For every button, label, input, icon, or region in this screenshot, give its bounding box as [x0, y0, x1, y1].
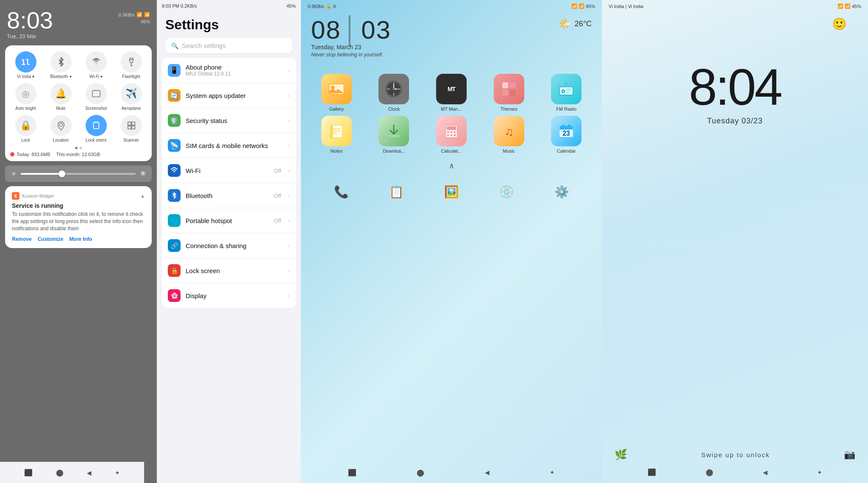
brightness-high-icon: ☀ — [140, 170, 146, 178]
quick-tiles-card: 1l Vi India ▾ Bluetooth ▾ Wi-Fi ▾ Flash — [5, 45, 152, 161]
tile-bluetooth[interactable]: Bluetooth ▾ — [44, 51, 78, 79]
tile-autobright[interactable]: ◎ Auto bright — [8, 83, 43, 111]
settings-item-bluetooth[interactable]: Bluetooth Off › — [162, 183, 296, 208]
settings-nav-extra[interactable]: ✦ — [115, 469, 120, 476]
lock-camera-icon[interactable]: 📷 — [844, 449, 855, 460]
svg-rect-40 — [331, 125, 333, 138]
svg-rect-44 — [447, 126, 456, 130]
svg-point-45 — [447, 131, 449, 133]
home-nav-back[interactable]: ⬛ — [348, 469, 356, 477]
settings-item-sim[interactable]: 📡 SIM cards & mobile networks › — [162, 133, 296, 158]
settings-label-security: Security status — [186, 117, 283, 124]
lock-status-right: 📶📶 45% — [837, 3, 861, 9]
settings-nav-recents[interactable]: ◀ — [87, 469, 92, 476]
tile-lockorient[interactable]: Lock orient — [79, 115, 113, 142]
app-gallery[interactable]: Gallery — [309, 74, 364, 112]
settings-search-box[interactable]: 🔍 Search settings — [165, 38, 292, 53]
battery-percent: 45% — [141, 19, 150, 24]
settings-panel: 8:03 PM 0.2KB/s 45% Settings 🔍 Search se… — [157, 0, 301, 483]
app-notes-label: Notes — [330, 148, 342, 154]
lock-date-display: Tuesday 03/23 — [619, 117, 851, 126]
app-fmradio[interactable]: FM Radio — [539, 74, 593, 112]
settings-icon-connection: 🔗 — [168, 239, 181, 252]
app-drawer-chevron[interactable]: ∧ — [301, 161, 602, 170]
search-placeholder-text: Search settings — [182, 42, 225, 49]
dock-settings[interactable]: ⚙️ — [547, 177, 576, 206]
tile-mute-label: Mute — [56, 106, 65, 111]
dock-photos[interactable]: 🖼️ — [437, 177, 466, 206]
tile-flashlight[interactable]: Flashlight — [114, 51, 148, 79]
lock-leaf-icon: 🌿 — [615, 449, 627, 461]
settings-chevron-connection: › — [288, 242, 290, 249]
notif-header: K Kustom Widget ▲ — [12, 192, 145, 200]
tile-scanner-label: Scanner — [123, 138, 139, 142]
home-quote: Never stop believing in yourself. — [311, 52, 592, 58]
settings-icon-security: 🛡️ — [168, 114, 181, 127]
tile-autobright-label: Auto bright — [15, 106, 36, 111]
tile-scanner[interactable]: Scanner — [114, 115, 148, 142]
app-music[interactable]: ♫ Music — [482, 116, 536, 154]
notif-remove-btn[interactable]: Remove — [12, 236, 32, 242]
app-calendar[interactable]: 23 Calendar — [539, 116, 593, 154]
brightness-track[interactable] — [21, 173, 136, 175]
dock-disk[interactable]: 💿 — [492, 177, 521, 206]
notif-customize-btn[interactable]: Customize — [38, 236, 64, 242]
settings-nav-home[interactable]: ⬤ — [56, 469, 64, 477]
svg-rect-41 — [388, 135, 400, 137]
settings-chevron-hotspot: › — [288, 217, 290, 224]
app-calculator[interactable]: Calculat... — [424, 116, 479, 154]
svg-rect-10 — [131, 126, 134, 129]
brightness-handle[interactable] — [58, 170, 65, 177]
notif-moreinfo-btn[interactable]: More Info — [69, 236, 92, 242]
settings-label-about: About phone — [186, 64, 283, 71]
lock-nav-recents[interactable]: ◀ — [763, 469, 768, 476]
home-widget-area: 08 │ 03 Tuesday, March 23 Never stop bel… — [301, 11, 602, 61]
app-notes[interactable]: Notes — [309, 116, 364, 154]
settings-item-about[interactable]: 📱 About phone MIUI Global 12.0.11 › — [162, 58, 296, 83]
home-nav-home[interactable]: ⬤ — [417, 469, 424, 477]
lock-nav-home[interactable]: ⬤ — [706, 468, 713, 476]
page-dots — [8, 147, 148, 149]
settings-sublabel-about: MIUI Global 12.0.11 — [186, 71, 283, 77]
app-clock[interactable]: Clock — [367, 74, 421, 112]
tile-aeroplane[interactable]: ✈️ Aeroplane — [114, 83, 148, 111]
brightness-control[interactable]: ☀ ☀ — [5, 165, 152, 182]
settings-item-security[interactable]: 🛡️ Security status › — [162, 108, 296, 133]
kustom-app-name: Kustom Widget — [22, 193, 138, 198]
settings-item-lockscreen[interactable]: 🔒 Lock screen › — [162, 258, 296, 283]
settings-item-wifi[interactable]: Wi-Fi Off › — [162, 158, 296, 183]
settings-label-sysapps: System apps updater — [186, 92, 283, 99]
settings-item-connection[interactable]: 🔗 Connection & sharing › — [162, 233, 296, 258]
app-mtmanager[interactable]: MT MT Man... — [424, 74, 479, 112]
notif-body: To customize this notification click on … — [12, 211, 145, 232]
settings-chevron-security: › — [288, 117, 290, 124]
settings-item-sysapps[interactable]: 🔄 System apps updater › — [162, 83, 296, 108]
svg-rect-9 — [128, 126, 131, 129]
tile-location[interactable]: Location — [44, 115, 78, 142]
settings-label-display: Display — [186, 292, 283, 299]
settings-item-hotspot[interactable]: 🌐 Portable hotspot Off › — [162, 208, 296, 233]
app-downloads[interactable]: Downloa... — [367, 116, 421, 154]
tile-lock[interactable]: 🔒 Lock — [8, 115, 43, 142]
dock-phone[interactable]: 📞 — [327, 177, 356, 206]
home-bottom-nav: ⬛ ⬤ ◀ ✦ — [301, 462, 602, 483]
tile-wifi[interactable]: Wi-Fi ▾ — [79, 51, 113, 79]
dock-notes[interactable]: 📋 — [382, 177, 411, 206]
tile-mute[interactable]: 🔔 Mute — [44, 83, 78, 111]
home-nav-extra[interactable]: ✦ — [550, 469, 555, 476]
kustom-notification-card[interactable]: K Kustom Widget ▲ Service is running To … — [5, 186, 152, 248]
app-themes[interactable]: Themes — [482, 74, 536, 112]
tile-screenshot-label: Screenshot — [85, 106, 107, 111]
lock-nav-extra[interactable]: ✦ — [817, 469, 822, 476]
tile-viindia[interactable]: 1l Vi India ▾ — [8, 51, 43, 79]
settings-item-display[interactable]: 🌸 Display › — [162, 283, 296, 308]
tile-screenshot[interactable]: Screenshot — [79, 83, 113, 111]
lock-swipe-text: Swipe up to unlock — [701, 451, 770, 458]
settings-label-bluetooth: Bluetooth — [186, 192, 269, 199]
home-nav-recents[interactable]: ◀ — [485, 469, 490, 476]
settings-chevron-display: › — [288, 292, 290, 299]
notif-status-area: 8:03 Tue, 23 Mar 0.3KB/s 📶 📶 45% — [0, 0, 157, 44]
app-calculator-label: Calculat... — [441, 148, 462, 154]
lock-nav-back[interactable]: ⬛ — [648, 468, 656, 476]
settings-nav-back[interactable]: ⬛ — [24, 469, 33, 477]
